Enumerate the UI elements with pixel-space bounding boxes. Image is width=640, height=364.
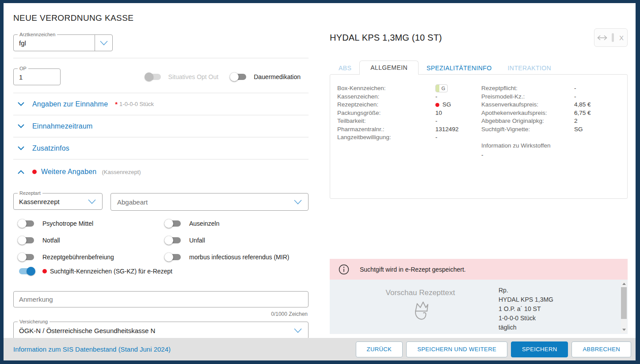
auseinzeln-toggle-group: Auseinzeln <box>164 215 309 232</box>
preview-scrollbar[interactable] <box>621 281 627 333</box>
character-counter: 0/1000 Zeichen <box>13 311 308 317</box>
tab-spezialitaeteninfo[interactable]: SPEZIALITÄTENINFO <box>419 61 500 75</box>
notfall-toggle[interactable] <box>18 236 35 245</box>
unfall-toggle[interactable] <box>164 236 182 245</box>
rezeptgebuehrenbefreiung-toggle-group: Rezeptgebührenbefreiung <box>18 249 164 265</box>
detail-row-kassenverkaufspreis: Kassenverkaufspreis: 4,85 € <box>481 101 620 109</box>
detail-row-rezeptzeichen: Rezeptzeichen: SG <box>337 101 481 109</box>
chevron-down-icon <box>88 199 102 204</box>
spacer <box>330 199 628 259</box>
swap-panel-icon[interactable] <box>596 34 608 41</box>
alert-text: Suchtgift wird in e-Rezept gespeichert. <box>360 266 466 273</box>
details-column-left: Box-Kennzeichen: G Kassenzeichen: - <box>337 84 481 189</box>
suchtgift-label-wrap: Suchtgift-Kennzeichen (SG-KZ) für e-Reze… <box>42 267 172 276</box>
verordnung-dialog: NEUE VERORDNUNG KASSE Arztkennzeichen OP <box>0 0 640 364</box>
wirkstoffe-value: - <box>481 151 620 159</box>
abgabeart-placeholder: Abgabeart <box>111 198 148 206</box>
close-icon[interactable]: X <box>617 33 625 42</box>
switch-label: Unfall <box>189 237 205 244</box>
panel-controls: X <box>594 28 628 47</box>
detail-row-rezeptpflicht: Rezeptpflicht: - <box>481 84 620 93</box>
chevron-down-icon <box>18 146 24 150</box>
scrollbar-thumb[interactable] <box>621 287 627 319</box>
op-input[interactable] <box>14 73 60 81</box>
suchtgift-kennzeichen-toggle[interactable] <box>18 267 35 276</box>
options-switch-grid: Psychotrope Mittel Auseinzeln Notfall Un… <box>13 215 309 288</box>
op-field: OP <box>13 68 61 85</box>
section-einnahmezeitraum[interactable]: Einnahmezeitraum <box>13 115 309 137</box>
allgemein-details: Box-Kennzeichen: G Kassenzeichen: - <box>330 74 628 199</box>
auseinzeln-toggle[interactable] <box>164 219 182 228</box>
toggle-thumb <box>145 72 153 81</box>
rezeptgebuehrenbefreiung-toggle[interactable] <box>18 253 35 262</box>
situatives-opt-out-toggle <box>145 72 162 81</box>
wirkstoffe-info: Information zu Wirkstoffen - <box>481 142 620 159</box>
wirkstoffe-label: Information zu Wirkstoffen <box>481 142 620 150</box>
abgabeart-select[interactable]: Abgabeart <box>110 193 309 211</box>
suchtgift-crown-icon <box>411 301 429 324</box>
suchtgift-dot-icon <box>435 103 439 107</box>
dauermedikation-toggle[interactable] <box>230 72 248 81</box>
zurueck-button[interactable]: ZURÜCK <box>356 341 403 357</box>
speichern-button[interactable]: SPEICHERN <box>511 341 568 357</box>
section-title: Zusatzinfos <box>32 144 69 152</box>
chevron-down-icon <box>294 200 308 205</box>
detail-row-preismodell: Preismodell-Kz.: - <box>481 93 620 101</box>
tab-allgemein[interactable]: ALLGEMEIN <box>359 61 419 75</box>
dauermedikation-toggle-group: Dauermedikation <box>230 72 301 81</box>
switch-label: Auseinzeln <box>189 220 220 227</box>
detail-row-apothekenverkaufspreis: Apothekenverkaufspreis: 6,75 € <box>481 109 620 118</box>
chevron-down-icon <box>100 41 108 46</box>
section-angaben-zur-einnahme[interactable]: Angaben zur Einnahme * 1-0-0-0 Stück <box>13 93 309 115</box>
scroll-up-icon[interactable] <box>622 283 626 285</box>
section-weitere-angaben[interactable]: Weitere Angaben (Kassenrezept) <box>13 159 309 184</box>
rezept-preview: Vorschau Rezepttext Rp. HYDAL KPS 1,3MG … <box>330 280 628 334</box>
suchtgift-info-alert: Suchtgift wird in e-Rezept gespeichert. <box>330 259 628 280</box>
section-title: Einnahmezeitraum <box>32 122 93 130</box>
tab-interaktion[interactable]: INTERAKTION <box>500 61 560 75</box>
arztkennzeichen-dropdown-button[interactable] <box>95 35 112 51</box>
psychotrope-mittel-toggle[interactable] <box>18 219 35 228</box>
anmerkung-input[interactable] <box>14 296 308 303</box>
rezept-line: Rp. <box>499 286 553 295</box>
versicherung-select[interactable]: Versicherung ÖGK-N / Österreichische Ges… <box>13 322 309 338</box>
rezept-line: 1-0-0-0 Stück <box>499 314 553 323</box>
abbrechen-button[interactable]: ABBRECHEN <box>571 341 631 357</box>
unfall-toggle-group: Unfall <box>164 232 309 249</box>
arztkennzeichen-input[interactable] <box>14 39 95 47</box>
rezept-text: Rp. HYDAL KPS 1,3MG 1 O.P. a´ 10 ST 1-0-… <box>484 286 553 334</box>
mir-toggle[interactable] <box>164 253 182 262</box>
controls-divider <box>612 33 614 42</box>
details-column-right: Rezeptpflicht: - Preismodell-Kz.: - Kass… <box>481 84 620 189</box>
psychotrope-mittel-toggle-group: Psychotrope Mittel <box>18 215 164 232</box>
section-title: Weitere Angaben <box>41 168 96 176</box>
rezeptart-row: Rezeptart Kassenrezept Abgabeart <box>13 193 309 211</box>
detail-row-teilbarkeit: Teilbarkeit: - <box>337 117 481 125</box>
rezeptart-select[interactable]: Rezeptart Kassenrezept <box>13 193 103 210</box>
section-title: Angaben zur Einnahme <box>32 100 108 108</box>
sis-datenbestand-link[interactable]: Information zum SIS Datenbestand (Stand … <box>13 345 171 353</box>
scroll-down-icon[interactable] <box>622 329 626 331</box>
detail-row-kassenzeichen: Kassenzeichen: - <box>337 93 481 101</box>
tab-abs[interactable]: ABS <box>331 61 359 75</box>
detail-row-abgebbare-originalpkg: Abgebbare Originalpkg: 2 <box>481 117 620 125</box>
section-zusatzinfos[interactable]: Zusatzinfos <box>13 137 309 159</box>
mir-toggle-group: morbus infectiosus referendus (MIR) <box>164 249 309 265</box>
detail-row-suchtgift-vignette: Suchtgift-Vignette: SG <box>481 125 620 134</box>
detail-row-pharmazentralnr: Pharmazentralnr.: 1312492 <box>337 125 481 134</box>
rezept-line: täglich <box>499 323 553 332</box>
arztkennzeichen-field: Arztkennzeichen <box>13 34 113 51</box>
suchtgift-kennzeichen-toggle-group: Suchtgift-Kennzeichen (SG-KZ) für e-Reze… <box>18 265 309 288</box>
product-title: HYDAL KPS 1,3MG (10 ST) <box>330 33 442 43</box>
toggle-thumb <box>230 72 239 81</box>
speichern-und-weitere-button[interactable]: SPEICHERN UND WEITERE <box>406 341 507 357</box>
rezeptart-label: Rezeptart <box>18 190 42 196</box>
arztkennzeichen-label: Arztkennzeichen <box>18 32 57 38</box>
dauermedikation-label: Dauermedikation <box>254 73 301 80</box>
required-asterisk: * <box>115 100 118 108</box>
versicherung-label: Versicherung <box>18 319 50 325</box>
product-header: HYDAL KPS 1,3MG (10 ST) X <box>330 28 628 47</box>
verordnung-form-panel: NEUE VERORDNUNG KASSE Arztkennzeichen OP <box>4 3 313 338</box>
situatives-opt-out-toggle-group: Situatives Opt Out <box>145 72 219 81</box>
versicherung-value: ÖGK-N / Österreichische Gesundheitskasse… <box>14 327 160 334</box>
